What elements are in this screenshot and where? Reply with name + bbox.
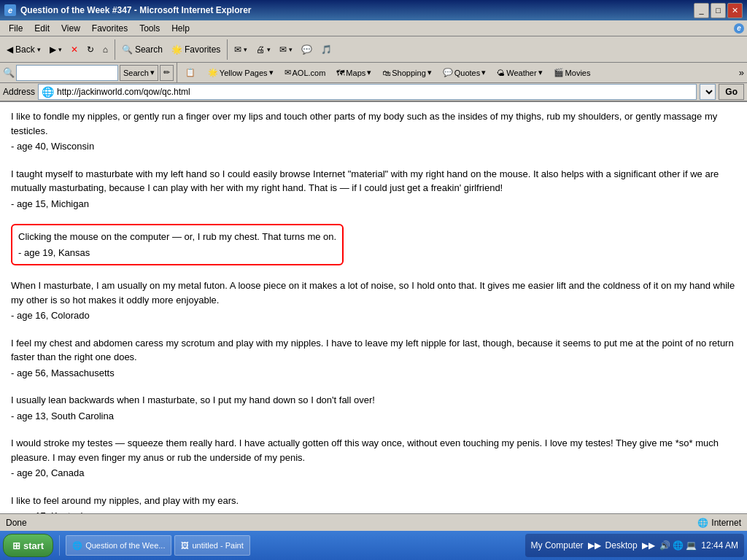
copy-icon: 📋	[185, 68, 196, 77]
link-btn-copy[interactable]: 📋	[180, 65, 202, 81]
address-dropdown[interactable]	[700, 84, 716, 100]
tray-computer: My Computer	[531, 540, 584, 551]
edit-button[interactable]: ✉ ▾	[276, 39, 296, 60]
link-btn-aol[interactable]: ✉ AOL.com	[279, 65, 331, 81]
list-item: I taught myself to masturbate with my le…	[11, 167, 736, 211]
menu-help[interactable]: Help	[166, 22, 196, 35]
back-button[interactable]: ◀ Back ▾	[3, 39, 44, 60]
link-btn-quotes[interactable]: 💬 Quotes ▾	[438, 65, 491, 81]
menu-bar: File Edit View Favorites Tools Help e	[0, 20, 747, 36]
tray-icons: 🔊 🌐 💻	[659, 540, 697, 551]
home-button[interactable]: ⌂	[99, 39, 112, 60]
search-label: Search	[135, 44, 163, 55]
media-button[interactable]: 🎵	[317, 39, 336, 60]
tray-arrow: ▶▶	[588, 540, 601, 551]
discuss-icon: 💬	[301, 44, 312, 55]
search-dropdown-arrow: ▾	[150, 68, 155, 77]
link-btn-shopping[interactable]: 🛍 Shopping ▾	[377, 65, 437, 81]
mail-button[interactable]: ✉ ▾	[231, 39, 251, 60]
link-btn-movies[interactable]: 🎬 Movies	[549, 65, 596, 81]
menu-file[interactable]: File	[3, 22, 28, 35]
menu-tools[interactable]: Tools	[133, 22, 166, 35]
address-input-wrap: 🌐	[38, 84, 697, 100]
list-item: I would stroke my testes — squeeze them …	[11, 436, 736, 481]
back-dropdown-icon: ▾	[37, 46, 41, 53]
yellowpages-label: Yellow Pages	[220, 69, 268, 77]
print-button[interactable]: 🖨 ▾	[252, 39, 274, 60]
shopping-label: Shopping	[392, 69, 426, 77]
pencil-icon: ✏	[163, 68, 170, 77]
forward-button[interactable]: ▶ ▾	[46, 39, 66, 60]
minimize-button[interactable]: _	[694, 3, 709, 18]
back-label: Back	[15, 44, 35, 55]
address-bar: Address 🌐 Go	[0, 83, 747, 102]
entry-text: I usually lean backwards when I masturba…	[11, 393, 736, 408]
maximize-button[interactable]: □	[711, 3, 726, 18]
quotes-label: Quotes	[454, 69, 480, 77]
window-controls[interactable]: _ □ ✕	[694, 3, 743, 18]
list-item: I like to fondle my nipples, or gently r…	[11, 109, 736, 154]
stop-button[interactable]: ✕	[67, 39, 82, 60]
edit-dropdown-icon: ▾	[289, 46, 293, 53]
search-go-icon: 🔍	[3, 67, 15, 78]
movies-icon: 🎬	[554, 68, 564, 77]
taskbar-task-paint[interactable]: 🖼 untitled - Paint	[174, 535, 249, 556]
tray-time: 12:44 AM	[701, 540, 738, 551]
pencil-button[interactable]: ✏	[160, 65, 174, 81]
start-button[interactable]: ⊞ start	[3, 534, 53, 557]
favorites-label: Favorites	[185, 44, 220, 55]
menu-view[interactable]: View	[55, 22, 86, 35]
close-button[interactable]: ✕	[727, 3, 743, 18]
menu-favorites[interactable]: Favorites	[86, 22, 133, 35]
weather-label: Weather	[506, 69, 536, 77]
address-input[interactable]	[57, 87, 693, 97]
aol-icon: ✉	[285, 68, 291, 77]
search-go-button[interactable]: Search ▾	[120, 65, 158, 81]
search-icon: 🔍	[122, 44, 133, 55]
list-item: I like to feel around my nipples, and pl…	[11, 494, 736, 514]
zone-label: Internet	[711, 518, 741, 528]
entry-age: - age 56, Massachusetts	[11, 366, 736, 381]
yellowpages-icon: 🌟	[208, 68, 218, 77]
stop-icon: ✕	[71, 44, 78, 55]
entry-age: - age 16, Colorado	[11, 308, 736, 323]
favorites-button[interactable]: 🌟 Favorites	[168, 39, 224, 60]
entry-text: I like to fondle my nipples, or gently r…	[11, 109, 736, 138]
movies-label: Movies	[565, 69, 591, 77]
quotes-arrow: ▾	[481, 68, 486, 77]
refresh-icon: ↻	[87, 44, 94, 55]
search-dropdown: 🔍 Search ▾ ✏	[3, 65, 174, 81]
links-list: 📋 🌟 Yellow Pages ▾ ✉ AOL.com 🗺 Maps ▾ 🛍 …	[180, 65, 738, 81]
title-bar: e Question of the Week #347 - Microsoft …	[0, 0, 747, 20]
link-btn-weather[interactable]: 🌤 Weather ▾	[492, 65, 547, 81]
highlighted-entry: Clicking the mouse on the computer — or,…	[11, 224, 344, 265]
search-go-label: Search	[123, 69, 149, 77]
link-btn-yellowpages[interactable]: 🌟 Yellow Pages ▾	[203, 65, 279, 81]
expand-links-btn[interactable]: »	[739, 67, 744, 78]
taskbar-task-ie[interactable]: 🌐 Question of the Wee...	[66, 535, 171, 556]
taskbar-ie-icon: 🌐	[72, 541, 82, 551]
entry-text: Clicking the mouse on the computer — or,…	[18, 230, 336, 244]
menu-edit[interactable]: Edit	[28, 22, 55, 35]
discuss-button[interactable]: 💬	[298, 39, 316, 60]
home-icon: ⌂	[103, 44, 108, 55]
content-area[interactable]: I like to fondle my nipples, or gently r…	[0, 102, 747, 513]
search-input[interactable]	[16, 65, 118, 81]
search-button[interactable]: 🔍 Search	[118, 39, 166, 60]
links-toolbar: 🔍 Search ▾ ✏ 📋 🌟 Yellow Pages ▾ ✉ AOL.co…	[0, 63, 747, 83]
windows-logo: ⊞	[12, 540, 20, 551]
forward-arrow-icon: ▶	[50, 44, 56, 55]
go-button[interactable]: Go	[719, 84, 744, 100]
refresh-button[interactable]: ↻	[83, 39, 98, 60]
start-label: start	[23, 540, 44, 551]
list-item: I usually lean backwards when I masturba…	[11, 393, 736, 423]
entry-age: - age 19, Kansas	[18, 246, 336, 260]
toolbar-separator-1	[115, 39, 115, 60]
mail-icon: ✉	[234, 44, 241, 55]
quotes-icon: 💬	[443, 68, 453, 77]
ie-logo-animated: e	[734, 23, 744, 34]
status-right: 🌐 Internet	[697, 518, 741, 528]
link-btn-maps[interactable]: 🗺 Maps ▾	[331, 65, 376, 81]
favorites-icon: 🌟	[171, 44, 182, 55]
tray-desktop: Desktop	[605, 540, 638, 551]
